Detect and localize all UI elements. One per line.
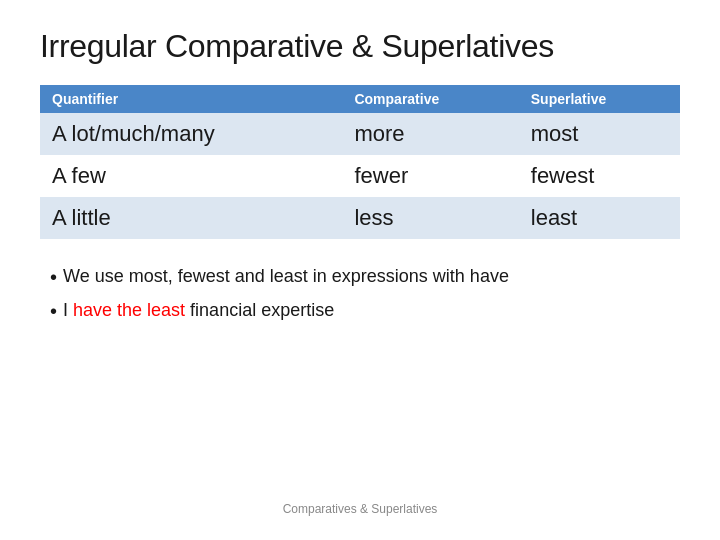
quantifier-3: A little (40, 197, 342, 239)
bullet-item-2: I have the least financial expertise (50, 297, 680, 325)
col-header-superlative: Superlative (519, 85, 680, 113)
superlative-2: fewest (519, 155, 680, 197)
col-header-quantifier: Quantifier (40, 85, 342, 113)
superlative-1: most (519, 113, 680, 155)
table-row: A lot/much/many more most (40, 113, 680, 155)
red-emphasis: have the least (73, 300, 185, 320)
bullet-text-2: I have the least financial expertise (63, 297, 334, 325)
table-row: A little less least (40, 197, 680, 239)
quantifier-1: A lot/much/many (40, 113, 342, 155)
comparative-1: more (342, 113, 518, 155)
col-header-comparative: Comparative (342, 85, 518, 113)
comparative-3: less (342, 197, 518, 239)
slide: Irregular Comparative & Superlatives Qua… (0, 0, 720, 540)
comparative-2: fewer (342, 155, 518, 197)
bullet-item-1: We use most, fewest and least in express… (50, 263, 680, 291)
bullet-section: We use most, fewest and least in express… (40, 263, 680, 331)
quantifier-2: A few (40, 155, 342, 197)
footer-label: Comparatives & Superlatives (40, 502, 680, 520)
superlative-3: least (519, 197, 680, 239)
bullet-text-1: We use most, fewest and least in express… (63, 263, 509, 291)
page-title: Irregular Comparative & Superlatives (40, 28, 680, 65)
table-row: A few fewer fewest (40, 155, 680, 197)
irregular-table: Quantifier Comparative Superlative A lot… (40, 85, 680, 239)
